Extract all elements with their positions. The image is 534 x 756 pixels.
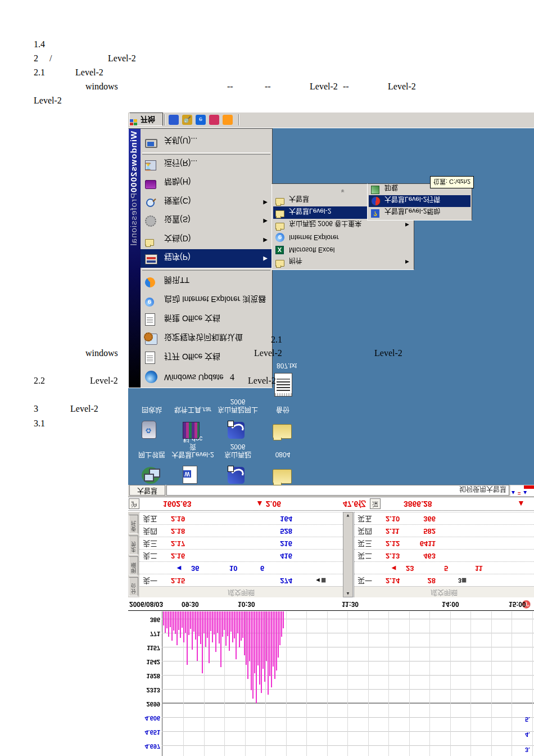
app-status-bar: 大智慧 如何使用大智慧 ▲ = ▲ [128, 485, 534, 497]
taskbar-separator [164, 114, 165, 125]
help-link[interactable]: 如何使用大智慧 [459, 485, 506, 494]
start-menu-item[interactable]: 帮助(H) [141, 174, 272, 192]
quote-row: 卖二2.16416 [139, 549, 343, 562]
sell-panel-header[interactable]: 成交明细 [139, 586, 343, 597]
queue-value: 36 [191, 562, 199, 574]
qty-value: 366 [402, 512, 436, 525]
folder-lg-icon[interactable] [273, 424, 292, 439]
volume-bar [251, 611, 252, 690]
start-menu-item[interactable]: 搜索(C)▶ [141, 193, 272, 212]
doc-overlay-line: Level-2 [374, 348, 402, 358]
volume-bar [188, 611, 189, 635]
quote-row: 买二2.13463 [354, 549, 534, 562]
help-icon [145, 180, 156, 189]
side-tab-3[interactable]: 委托 [129, 515, 138, 534]
start-menu-item[interactable]: 程序(P)▶ [141, 249, 272, 268]
h-gridline [162, 661, 534, 662]
outlook-icon[interactable] [169, 115, 179, 125]
scroll-up-icon[interactable]: ▲ [346, 591, 350, 596]
quote-row: 卖四2.18528 [139, 524, 343, 537]
flag-cell [134, 123, 137, 125]
start-button[interactable]: 开始 [129, 112, 163, 126]
buy-panel-header[interactable]: 成交明细 [354, 586, 534, 597]
tt-icon[interactable] [223, 115, 233, 125]
desktop-icon-label[interactable]: 软件工具.rar [169, 406, 216, 413]
price-axis-label: 4.606 [128, 715, 160, 722]
volume-bar [183, 611, 184, 642]
dsq-app-icon[interactable] [228, 422, 245, 439]
submenu-item[interactable]: 大智慧Level-2帮助 [369, 207, 470, 219]
desktop-icon-label[interactable]: 回收站 [128, 406, 175, 413]
h-gridline [162, 731, 534, 732]
index-quote-bar: 沪 1602.63 ▲ 2.06 47.6亿 深 3866.28 ▲ 6.8 [128, 498, 534, 511]
dzh-tab[interactable]: 大智慧 [129, 485, 165, 496]
h-gridline [162, 647, 534, 647]
label-line: 2006 [214, 398, 261, 406]
sh-turnover: 47.6亿 [343, 498, 366, 510]
v-gridline [470, 611, 471, 756]
volume-bar [193, 611, 194, 632]
desktop-icon-label[interactable]: 备份 [259, 406, 306, 413]
volume-bar [171, 611, 173, 641]
scroll-down-icon[interactable]: ▼ [346, 513, 350, 518]
dsq-app-icon[interactable] [228, 467, 245, 484]
level-label: 卖五 [143, 512, 157, 525]
volume-bar [192, 611, 193, 650]
time-tick-label: 14:00 [442, 600, 459, 608]
detail-icon[interactable]: ◄≣ [315, 574, 326, 587]
side-tab-0[interactable]: 分价 [129, 577, 138, 596]
v-gridline [368, 611, 369, 756]
recycle-bin-icon[interactable] [142, 421, 156, 439]
start-menu-item[interactable]: 设定程序访问和默认值 [141, 329, 272, 348]
network-icon[interactable] [142, 467, 160, 484]
side-tab-2[interactable]: 走势 [129, 536, 138, 555]
panel-scrollbar[interactable]: ▲ ▼ [343, 512, 353, 597]
desktop-icon-label[interactable]: 东山再起网上2006 [214, 398, 261, 413]
sh-index-value: 1602.63 [163, 498, 192, 510]
v-gridline [388, 611, 389, 756]
desktop-icon-label[interactable]: 东山再起2006 [214, 443, 261, 458]
start-menu-item[interactable]: 设置(S)▶ [141, 212, 272, 230]
shutdown-icon [145, 139, 157, 148]
sz-market-badge[interactable]: 深 [370, 498, 381, 509]
volume-bar [278, 611, 279, 658]
word-doc-icon[interactable] [183, 466, 197, 484]
v-gridline [429, 611, 430, 756]
path-tooltip: 位置: C:\dzh2 [430, 176, 474, 188]
notepad-file-icon[interactable] [274, 373, 292, 397]
start-menu-item[interactable]: 运行(R)... [141, 155, 272, 174]
ie-icon[interactable]: e [196, 115, 206, 125]
nav-up2-icon[interactable]: ▲ [522, 490, 528, 496]
search-doc-icon[interactable]: 🔍 [182, 115, 192, 125]
status-red-block [524, 485, 534, 489]
nav-up-icon[interactable]: ▲ [510, 490, 516, 496]
qty-value: 582 [402, 525, 436, 537]
more-items-chevron[interactable]: » [340, 122, 346, 261]
doc-line: Level-2 [108, 53, 136, 64]
level-label: 买四 [357, 525, 372, 537]
level-label: 买二 [357, 550, 372, 562]
start-menu-item[interactable]: 启动 Internet Explorer 浏览器 [141, 291, 272, 310]
doc-line: 1.4 [34, 39, 45, 50]
submenu-item[interactable]: 大智慧Level-2行情 [369, 195, 470, 207]
volume-axis-label: 1928 [128, 673, 160, 680]
sh-market-badge[interactable]: 沪 [129, 498, 139, 509]
axis-date: 2006\08\03 [129, 600, 163, 608]
rar-icon[interactable] [183, 422, 200, 439]
detail-icon[interactable]: 3≣ [458, 574, 467, 587]
volume-bar [239, 611, 240, 647]
side-tab-1[interactable]: 明细 [129, 556, 138, 575]
excel-icon [275, 246, 284, 254]
start-menu-item[interactable]: 文档(D)▶ [141, 231, 272, 249]
volume-bar [173, 611, 174, 631]
start-menu-item[interactable]: 打开 Office 文档 [141, 348, 272, 367]
submenu-arrow-icon: ▶ [405, 222, 409, 228]
folder-lg-icon[interactable] [273, 469, 292, 484]
msn-icon[interactable] [209, 115, 219, 125]
desktop-icon-label[interactable]: 0804 [259, 451, 306, 458]
desktop-icon-label[interactable]: 网上邻居 [128, 451, 175, 458]
start-menu-item[interactable]: 腾讯TT [141, 272, 272, 291]
start-menu-item[interactable]: 新建 Office 文档 [141, 310, 272, 329]
start-menu-item[interactable]: 关机(U)... [141, 133, 272, 151]
quote-row: 买五2.10366 [354, 512, 534, 525]
